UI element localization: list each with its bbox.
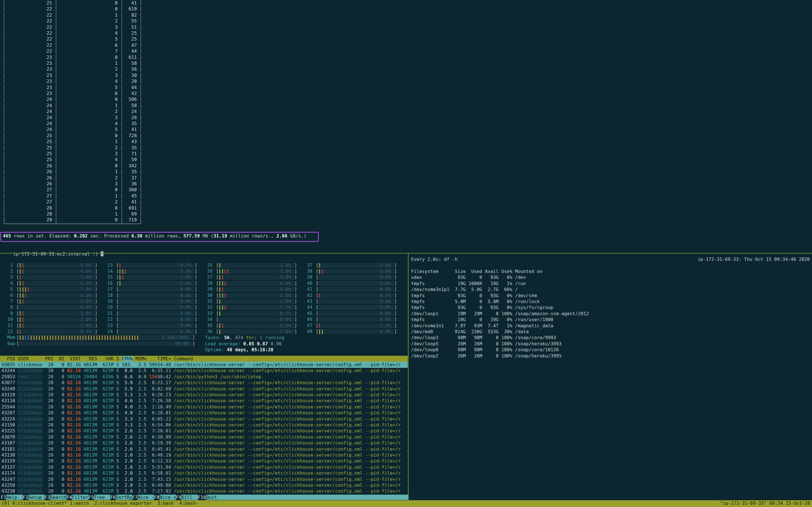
df-row--dev-nvme1n1: /dev/nvme1n1 7.8T 93M 7.4T 1% /magnetic_… <box>411 323 553 329</box>
cpu-meter-47: 47[1.3%] <box>0 323 408 329</box>
table-row: │ 25 │ 4 │ 59 │ <box>0 157 142 163</box>
process-row-43244[interactable]: 43244 clickhous 20 0 82.1G 4813M 621M S … <box>0 368 408 374</box>
table-row: │ 24 │ 2 │ 24 │ <box>0 108 142 115</box>
tmux-window-3[interactable]: 3:bash <box>157 501 179 506</box>
fkey-f3[interactable]: F3Search <box>45 495 66 500</box>
memory-meter: Mem[5.19G/186G] <box>0 335 408 341</box>
process-row-43250[interactable]: 43250 clickhous 20 0 82.1G 4813M 621M S … <box>0 482 408 489</box>
df-row--dev-loop0: /dev/loop0 98M 98M 0 100% /snap/core/101… <box>411 347 559 353</box>
table-row: │ 23 │ 0 │ 611 │ <box>0 54 142 61</box>
process-row-text: 43077 clickhous 20 0 82.1G 4813M 621M S … <box>1 380 401 386</box>
table-row: │ 25 │ 2 │ 35 │ <box>0 145 142 151</box>
tmux-vertical-pane-border[interactable] <box>408 253 409 500</box>
process-row-text: 43250 clickhous 20 0 82.1G 4813M 621M S … <box>1 482 401 489</box>
tmux-window-4[interactable]: 4:bash- <box>179 501 201 506</box>
process-row-25953[interactable]: 25953 root 20 0 58524 19404 6356 S 6.6 0… <box>0 374 408 380</box>
cpu-meter-40: 40[0.0%] <box>0 281 408 287</box>
tasks-summary: Tasks: 56, 474 thr; 1 running <box>205 335 284 341</box>
process-row-43159[interactable]: 43159 clickhous 20 0 82.1G 4813M 621M S … <box>0 458 408 464</box>
process-row-text: 43137 clickhous 20 0 82.1G 4813M 621M S … <box>1 464 401 470</box>
table-row: │ 27 │ 0 │ 360 │ <box>0 187 142 193</box>
fkey-f10[interactable]: F10Quit <box>198 495 409 500</box>
prompt-line[interactable]: ip-172-31-69-33.ec2.internal :) <box>2 245 103 251</box>
process-row-text: 43078 clickhous 20 0 82.1G 4813M 621M S … <box>1 434 401 440</box>
htop-function-bar: F1Help F2Setup F3SearchF4FilterF5Tree F6… <box>1 494 409 501</box>
df-row-tmpfs: tmpfs 5.0M 0 5.0M 0% /run/lock <box>411 298 540 305</box>
fkey-f5[interactable]: F5Tree <box>89 495 110 500</box>
watch-host-time: ip-172-31-69-33: Thu Oct 15 09:34:46 202… <box>698 256 810 263</box>
df-header-row: Filesystem Size Used Avail Use% Mounted … <box>411 269 543 275</box>
process-row-text: 43174 clickhous 20 0 82.1G 4813M 621M S … <box>1 470 401 476</box>
cpu-meter-43: 43[0.0%] <box>0 298 408 305</box>
df-row-tmpfs: tmpfs 19G 0 19G 0% /run/user/1000 <box>411 317 553 323</box>
process-row-text: 43110 clickhous 20 0 82.1G 4813M 621M S … <box>1 398 401 404</box>
fkey-f8[interactable]: F8Nice + <box>154 495 176 500</box>
process-row-43107[interactable]: 43107 clickhous 20 0 82.1G 4813M 621M S … <box>0 440 408 446</box>
terminal-screen: │ 21 │ 8 │ 41 │ │ 22 │ 0 │ 619 │ │ 22 │ … <box>0 0 812 507</box>
process-table-header-text: PID USER PRI NI VIRT RES SHR S CPU% MEM%… <box>1 356 193 362</box>
process-row-text: 25544 clickhous 20 0 82.1G 4813M 621M S … <box>1 404 401 410</box>
table-row: │ 22 │ 4 │ 25 │ <box>0 30 142 36</box>
process-row-43077[interactable]: 43077 clickhous 20 0 82.1G 4813M 621M S … <box>0 380 408 386</box>
process-row-43137[interactable]: 43137 clickhous 20 0 82.1G 4813M 621M S … <box>0 464 408 470</box>
df-row--dev-nvme3n1p1: /dev/nvme3n1p1 7.7G 5.0G 2.7G 66% / <box>411 286 518 293</box>
process-row-43174[interactable]: 43174 clickhous 20 0 82.1G 4813M 621M S … <box>0 470 408 476</box>
fkey-f4[interactable]: F4Filter <box>66 495 89 500</box>
cpu-meter-38: 38[3.9%] <box>0 269 408 275</box>
process-row-text: 43159 clickhous 20 0 82.1G 4813M 621M S … <box>1 458 401 464</box>
fkey-f9[interactable]: F9Kill <box>176 495 198 500</box>
process-row-25544[interactable]: 25544 clickhous 20 0 82.1G 4813M 621M S … <box>0 404 408 410</box>
table-row: │ 27 │ 2 │ 41 │ <box>0 199 142 205</box>
process-row-43249[interactable]: 43249 clickhous 20 0 82.1G 4813M 621M S … <box>0 386 408 392</box>
fkey-f7[interactable]: F7Nice - <box>132 495 154 500</box>
swap-meter: Swp[0K/0K] <box>0 341 408 347</box>
table-row: │ 24 │ 4 │ 35 │ <box>0 121 142 127</box>
process-row-43181[interactable]: 43181 clickhous 20 0 82.1G 4813M 621M S … <box>0 446 408 452</box>
df-row--dev-loop1: /dev/loop1 29M 29M 0 100% /snap/amazon-s… <box>411 311 589 317</box>
process-row-43247[interactable]: 43247 clickhous 20 0 82.1G 4813M 621M S … <box>0 476 408 483</box>
process-row-text: 43107 clickhous 20 0 82.1G 4813M 621M S … <box>1 440 401 446</box>
tmux-horizontal-pane-border[interactable] <box>0 253 812 253</box>
process-row-43138[interactable]: 43138 clickhous 20 0 82.1G 4813M 621M S … <box>0 452 408 458</box>
fkey-f6[interactable]: F6SortBy <box>110 495 132 500</box>
fkey-f1[interactable]: F1Help <box>1 495 23 500</box>
tmux-window-0[interactable]: 0:clickhouse-client* <box>12 501 70 506</box>
cpu-meter-39: 39[0.0%] <box>0 274 408 281</box>
process-row-43238[interactable]: 43238 clickhous 20 0 82.1G 4813M 621M S … <box>0 488 408 494</box>
table-row: │ 22 │ 1 │ 82 │ <box>0 12 142 18</box>
process-row-43078[interactable]: 43078 clickhous 20 0 82.1G 4813M 621M S … <box>0 434 408 440</box>
process-row-43207[interactable]: 43207 clickhous 20 0 82.1G 4813M 621M S … <box>0 410 408 416</box>
table-row: │ 27 │ 1 │ 45 │ <box>0 193 142 199</box>
process-row-43110[interactable]: 43110 clickhous 20 0 82.1G 4813M 621M S … <box>0 398 408 404</box>
df-row-tmpfs: tmpfs 93G 0 93G 0% /sys/fs/cgroup <box>411 304 553 311</box>
cpu-meter-41: 41[0.0%] <box>0 286 408 293</box>
tmux-window-1[interactable]: 1:watch <box>70 501 94 506</box>
table-row: │ 28 │ 1 │ 69 │ <box>0 211 142 217</box>
fkey-f2[interactable]: F2Setup <box>23 495 45 500</box>
process-row-text: 25953 root 20 0 58524 19404 6356 S 6.6 0… <box>1 374 261 380</box>
table-row: │ 23 │ 4 │ 28 │ <box>0 78 142 84</box>
tmux-window-2[interactable]: 2:clickhouse_exporter <box>94 501 157 506</box>
query-summary-text: 465 rows in set. Elapsed: 0.202 sec. Pro… <box>3 233 306 239</box>
table-row: │ 28 │ 0 │ 691 │ <box>0 205 142 211</box>
process-row-43150[interactable]: 43150 clickhous 20 0 82.1G 4813M 621M S … <box>0 422 408 428</box>
table-row: │ 26 │ 3 │ 36 │ <box>0 181 142 187</box>
process-table-header[interactable]: PID USER PRI NI VIRT RES SHR S CPU% MEM%… <box>0 356 408 362</box>
process-row-43035[interactable]: 43035 clickhous 20 0 82.1G 4813M 621M S … <box>0 362 408 368</box>
table-row: │ 22 │ 5 │ 25 │ <box>0 36 142 42</box>
table-row: │ 24 │ 3 │ 26 │ <box>0 115 142 121</box>
table-row: │ 26 │ 1 │ 35 │ <box>0 169 142 175</box>
table-row: │ 22 │ 2 │ 55 │ <box>0 18 142 24</box>
process-row-text: 43224 clickhous 20 0 82.1G 4813M 621M S … <box>1 416 401 422</box>
df-row-udev: udev 93G 0 93G 0% /dev <box>411 274 526 281</box>
process-row-43224[interactable]: 43224 clickhous 20 0 82.1G 4813M 621M S … <box>0 416 408 422</box>
table-row: │ 21 │ 8 │ 41 │ <box>0 0 142 6</box>
process-row-43119[interactable]: 43119 clickhous 20 0 82.1G 4813M 621M S … <box>0 392 408 398</box>
process-row-43225[interactable]: 43225 clickhous 20 0 82.1G 4813M 621M S … <box>0 428 408 434</box>
process-row-text: 43247 clickhous 20 0 82.1G 4813M 621M S … <box>1 476 401 483</box>
table-row: │ 23 │ 3 │ 30 │ <box>0 72 142 78</box>
df-row--dev-md0: /dev/md0 824G 230G 553G 30% /data <box>411 329 529 335</box>
table-row: │ 25 │ 3 │ 71 │ <box>0 151 142 157</box>
process-row-text: 43249 clickhous 20 0 82.1G 4813M 621M S … <box>1 386 401 392</box>
table-row: │ 26 │ 0 │ 342 │ <box>0 163 142 169</box>
